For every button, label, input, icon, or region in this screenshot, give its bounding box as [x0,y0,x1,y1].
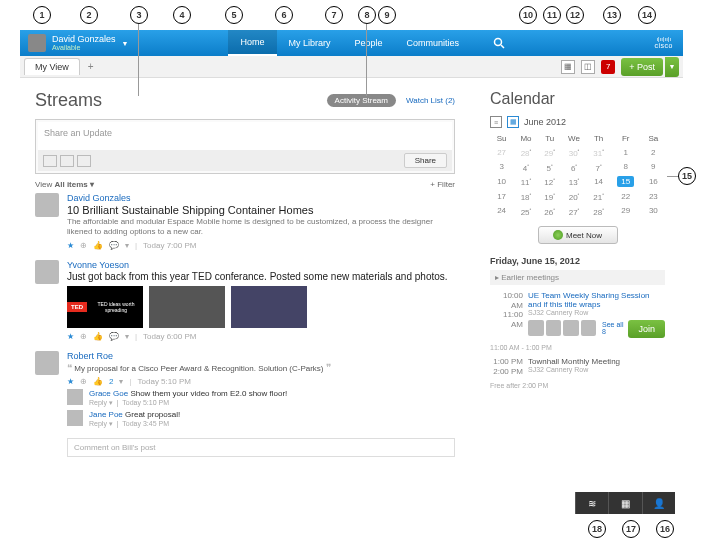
cal-day[interactable]: 19• [539,189,561,204]
month-view-icon[interactable]: ▦ [507,116,519,128]
meet-now-button[interactable]: Meet Now [538,226,618,244]
cal-day[interactable]: 7• [587,160,609,175]
cal-day[interactable]: 4• [513,160,538,175]
participant-avatar[interactable] [563,320,579,336]
star-icon[interactable]: ★ [67,241,74,250]
plus-icon[interactable]: ⊕ [80,241,87,250]
attach-image-icon[interactable] [77,155,91,167]
cal-day[interactable]: 30• [561,145,588,160]
reply-author-link[interactable]: Jane Poe [89,410,123,419]
post-dropdown-icon[interactable]: ▼ [665,57,679,77]
comment-icon[interactable]: 💬 [109,241,119,250]
dock-streams-icon[interactable]: ≋ [575,492,608,514]
cal-day[interactable]: 20• [561,189,588,204]
reply-link[interactable]: Reply [89,399,107,406]
user-avatar[interactable] [28,34,46,52]
cal-day[interactable]: 10 [490,174,513,189]
cal-day[interactable]: 12• [539,174,561,189]
reply-link[interactable]: Reply [89,420,107,427]
event-title[interactable]: Townhall Monthly Meeting [528,357,665,366]
like-icon[interactable]: 👍 [93,332,103,341]
star-icon[interactable]: ★ [67,377,74,386]
split-view-icon[interactable]: ◫ [581,60,595,74]
post-title[interactable]: 10 Brilliant Sustainable Shipping Contai… [67,204,455,216]
like-icon[interactable]: 👍 [93,241,103,250]
post-thumbnail[interactable]: TEDTED ideas worth spreading [67,286,143,328]
participant-avatar[interactable] [546,320,562,336]
cal-day[interactable]: 24 [490,204,513,219]
cal-day[interactable]: 17 [490,189,513,204]
participant-avatar[interactable] [528,320,544,336]
share-button[interactable]: Share [404,153,447,168]
post-avatar[interactable] [35,193,59,217]
view-dropdown[interactable]: All items ▾ [54,180,94,189]
cal-day[interactable]: 13• [561,174,588,189]
filter-link[interactable]: + Filter [430,180,455,189]
cal-day[interactable]: 21• [587,189,609,204]
post-author-link[interactable]: Robert Roe [67,351,455,361]
cal-day[interactable]: 5• [539,160,561,175]
see-all-link[interactable]: See all 8 [602,321,628,335]
cal-day[interactable]: 14 [587,174,609,189]
post-button[interactable]: + Post [621,58,663,76]
more-icon[interactable]: ▾ [119,377,123,386]
cal-day[interactable]: 26• [539,204,561,219]
post-author-link[interactable]: Yvonne Yoeson [67,260,455,270]
plus-icon[interactable]: ⊕ [80,377,87,386]
cal-day[interactable]: 28• [513,145,538,160]
list-view-icon[interactable]: ≡ [490,116,502,128]
cal-day[interactable]: 25• [513,204,538,219]
star-icon[interactable]: ★ [67,332,74,341]
tab-add-icon[interactable]: + [80,58,102,75]
cal-day[interactable]: 29• [539,145,561,160]
nav-communities[interactable]: Communities [395,30,472,56]
cal-day[interactable]: 27• [561,204,588,219]
cal-day[interactable]: 28• [587,204,609,219]
cal-day[interactable]: 1 [610,145,642,160]
cal-day[interactable]: 2 [642,145,665,160]
activity-stream-pill[interactable]: Activity Stream [327,94,396,107]
post-avatar[interactable] [35,260,59,284]
post-author-link[interactable]: David Gonzales [67,193,455,203]
user-block[interactable]: David Gonzales Available [52,35,116,51]
comment-icon[interactable]: 💬 [109,332,119,341]
calendar-event[interactable]: 10:00 AM11:00 AM UE Team Weekly Sharing … [490,291,665,338]
more-icon[interactable]: ▾ [125,332,129,341]
cal-day-today[interactable]: 15 [610,174,642,189]
calendar-month[interactable]: June 2012 [524,117,566,127]
cal-day[interactable]: 18• [513,189,538,204]
nav-people[interactable]: People [343,30,395,56]
post-avatar[interactable] [35,351,59,375]
participant-avatar[interactable] [581,320,597,336]
cal-day[interactable]: 3 [490,160,513,175]
event-title[interactable]: UE Team Weekly Sharing Session and if th… [528,291,665,309]
cal-day[interactable]: 8 [610,160,642,175]
reply-author-link[interactable]: Grace Goe [89,389,128,398]
dock-contacts-icon[interactable]: 👤 [642,492,675,514]
post-thumbnail[interactable] [231,286,307,328]
cal-day[interactable]: 22 [610,189,642,204]
join-button[interactable]: Join [628,320,665,338]
cal-day[interactable]: 31• [587,145,609,160]
grid-view-icon[interactable]: ▦ [561,60,575,74]
comment-input[interactable]: Comment on Bill's post [67,438,455,457]
cal-day[interactable]: 30 [642,204,665,219]
cal-day[interactable]: 27 [490,145,513,160]
share-update-input[interactable]: Share an Update [38,122,452,150]
post-thumbnail[interactable] [149,286,225,328]
watch-list-link[interactable]: Watch List (2) [406,96,455,105]
like-icon[interactable]: 👍 [93,377,103,386]
nav-home[interactable]: Home [228,30,276,56]
user-dropdown-icon[interactable]: ▼ [122,40,129,47]
plus-icon[interactable]: ⊕ [80,332,87,341]
dock-calendar-icon[interactable]: ▦ [608,492,641,514]
attach-file-icon[interactable] [43,155,57,167]
search-icon[interactable] [481,37,517,49]
nav-library[interactable]: My Library [277,30,343,56]
notification-badge[interactable]: 7 [601,60,615,74]
reply-avatar[interactable] [67,389,83,405]
cal-day[interactable]: 9 [642,160,665,175]
cal-day[interactable]: 23 [642,189,665,204]
tab-myview[interactable]: My View [24,58,80,75]
calendar-event[interactable]: 1:00 PM2:00 PM Townhall Monthly Meeting … [490,357,665,376]
